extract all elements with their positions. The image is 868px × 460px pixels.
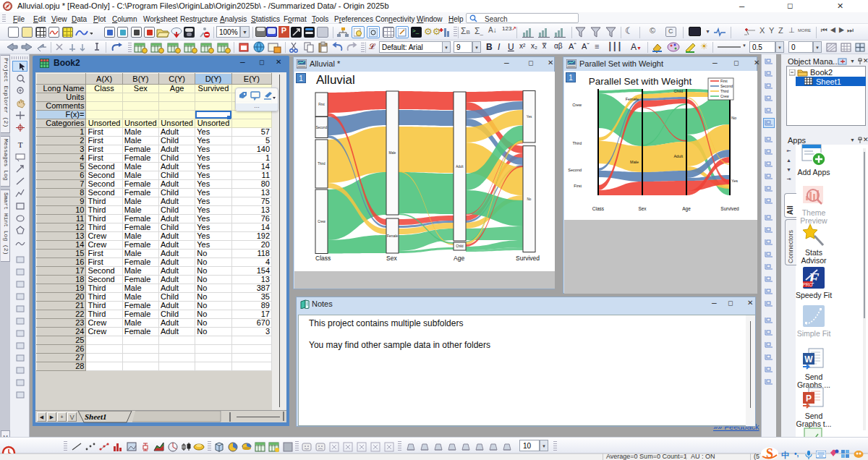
svg-text:Class: Class xyxy=(592,206,605,211)
svg-text:Crew: Crew xyxy=(318,220,326,223)
svg-text:Crew: Crew xyxy=(720,94,729,98)
svg-text:Class: Class xyxy=(315,255,331,262)
svg-text:Second: Second xyxy=(316,126,328,129)
svg-text:Alluvial: Alluvial xyxy=(316,73,355,87)
svg-text:Third: Third xyxy=(318,162,326,166)
svg-text:T: T xyxy=(18,140,23,149)
svg-text:Male: Male xyxy=(389,151,396,155)
svg-text:Male: Male xyxy=(630,160,639,164)
svg-text:Third: Third xyxy=(572,141,582,145)
svg-text:P: P xyxy=(806,393,812,404)
svg-text:Adult: Adult xyxy=(456,165,464,169)
svg-text:No: No xyxy=(731,116,736,120)
svg-text:Age: Age xyxy=(454,255,464,262)
svg-text:Second: Second xyxy=(568,168,582,172)
svg-text:Sex: Sex xyxy=(386,255,397,262)
svg-text:Yes: Yes xyxy=(527,115,532,119)
svg-text:Third: Third xyxy=(720,89,729,93)
svg-text:Female: Female xyxy=(626,97,639,101)
svg-text:Survived: Survived xyxy=(720,206,739,211)
svg-text:No: No xyxy=(527,197,532,201)
svg-text:Second: Second xyxy=(720,84,733,88)
svg-text:Female: Female xyxy=(387,234,399,238)
svg-text:Crew: Crew xyxy=(572,103,582,107)
svg-text:Yes: Yes xyxy=(731,179,738,183)
svg-text:Age: Age xyxy=(682,206,691,212)
svg-text:First: First xyxy=(318,103,325,106)
svg-text:Adult: Adult xyxy=(673,154,683,158)
svg-text:W: W xyxy=(804,354,813,365)
svg-text:Parallel Set with Weight: Parallel Set with Weight xyxy=(589,76,692,87)
svg-text:Survived: Survived xyxy=(516,255,540,262)
svg-text:Child: Child xyxy=(673,89,683,93)
svg-text:First: First xyxy=(720,79,728,83)
svg-text:PRO: PRO xyxy=(802,282,812,287)
svg-text:First: First xyxy=(574,184,582,188)
svg-text:Child: Child xyxy=(456,244,464,248)
svg-text:Sex: Sex xyxy=(638,206,647,211)
